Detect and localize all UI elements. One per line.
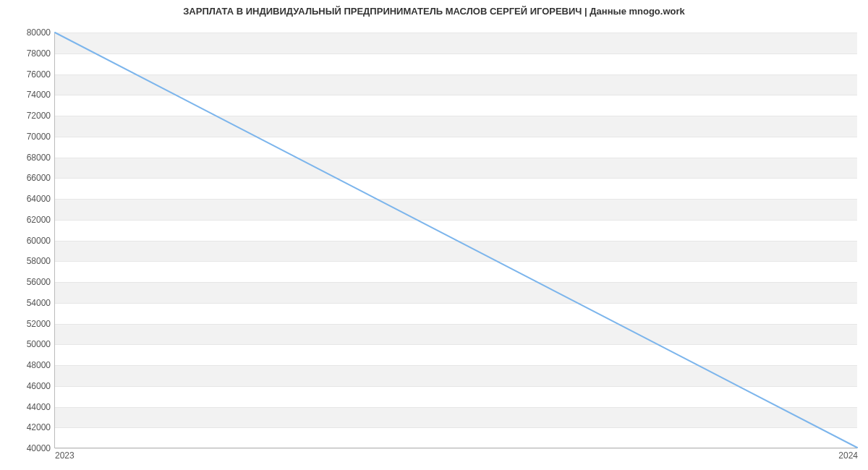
series-line bbox=[55, 33, 857, 448]
plot-area: 4000042000440004600048000500005200054000… bbox=[54, 33, 857, 448]
y-axis-tick-label: 80000 bbox=[27, 27, 51, 38]
y-axis-tick-label: 48000 bbox=[27, 360, 51, 370]
y-axis-tick-label: 66000 bbox=[27, 173, 51, 183]
gridline-y bbox=[55, 448, 857, 449]
y-axis-tick-label: 42000 bbox=[27, 422, 51, 432]
y-axis-tick-label: 62000 bbox=[27, 215, 51, 225]
y-axis-tick-label: 78000 bbox=[27, 48, 51, 59]
y-axis-tick-label: 52000 bbox=[27, 319, 51, 329]
y-axis-tick-label: 74000 bbox=[27, 90, 51, 100]
y-axis-tick-label: 70000 bbox=[27, 132, 51, 142]
y-axis-tick-label: 54000 bbox=[27, 298, 51, 308]
y-axis-tick-label: 68000 bbox=[27, 153, 51, 163]
y-axis-tick-label: 58000 bbox=[27, 256, 51, 266]
y-axis-tick-label: 72000 bbox=[27, 111, 51, 121]
y-axis-tick-label: 46000 bbox=[27, 381, 51, 391]
y-axis-tick-label: 50000 bbox=[27, 339, 51, 349]
chart-container: ЗАРПЛАТА В ИНДИВИДУАЛЬНЫЙ ПРЕДПРИНИМАТЕЛ… bbox=[0, 0, 868, 470]
y-axis-tick-label: 56000 bbox=[27, 277, 51, 287]
chart-line-layer bbox=[55, 33, 857, 448]
x-axis-tick-label: 2024 bbox=[838, 450, 858, 461]
x-axis-tick-label: 2023 bbox=[55, 450, 75, 461]
y-axis-tick-label: 40000 bbox=[27, 443, 51, 453]
y-axis-tick-label: 64000 bbox=[27, 194, 51, 204]
y-axis-tick-label: 60000 bbox=[27, 236, 51, 246]
y-axis-tick-label: 44000 bbox=[27, 402, 51, 412]
y-axis-tick-label: 76000 bbox=[27, 69, 51, 80]
chart-title: ЗАРПЛАТА В ИНДИВИДУАЛЬНЫЙ ПРЕДПРИНИМАТЕЛ… bbox=[0, 6, 868, 17]
